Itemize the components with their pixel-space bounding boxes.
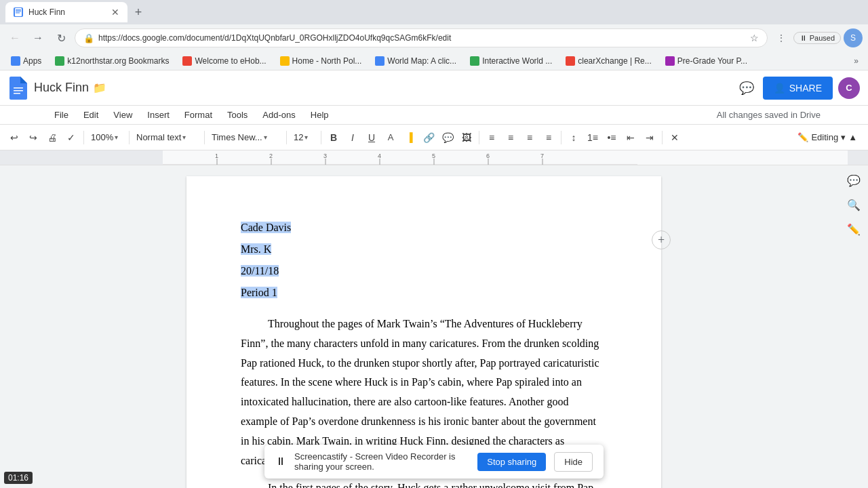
image-btn[interactable]: 🖼 [458, 129, 475, 146]
right-panel: 💬 🔍 ✏️ [840, 165, 868, 488]
editing-mode-label: Editing [811, 132, 838, 142]
toolbar-divider-6 [479, 131, 479, 144]
comment-insert-btn[interactable]: 💬 [439, 129, 456, 146]
menu-tools[interactable]: Tools [220, 107, 254, 123]
doc-title[interactable]: Huck Finn [34, 81, 89, 95]
add-note-btn[interactable]: + [652, 230, 671, 249]
clearxchange-bookmark[interactable]: clearXchange | Re... [560, 55, 657, 67]
welcome-bookmark[interactable]: Welcome to eHob... [177, 55, 271, 67]
link-btn[interactable]: 🔗 [420, 129, 437, 146]
italic-btn[interactable]: I [344, 129, 361, 146]
editing-mode-selector[interactable]: ✏️ Editing ▾ ▲ [792, 131, 863, 144]
style-select[interactable]: Normal text ▾ [133, 129, 201, 146]
svg-text:5: 5 [432, 152, 435, 159]
bookmarks-bar: Apps k12northstar.org Bookmarks Welcome … [0, 52, 868, 70]
back-btn[interactable]: ← [5, 28, 24, 47]
docs-title-row: Huck Finn 📁 [34, 81, 730, 95]
toolbar-divider-4 [286, 131, 287, 144]
share-label: SHARE [789, 83, 822, 94]
tab-close-btn[interactable]: ✕ [111, 7, 119, 18]
undo-btn[interactable]: ↩ [5, 129, 23, 146]
header-period-text: Period 1 [241, 287, 277, 298]
menu-format[interactable]: Format [178, 107, 219, 123]
style-dropdown-arrow: ▾ [182, 134, 186, 141]
bookmark-star-icon[interactable]: ☆ [750, 33, 759, 43]
doc-paragraph-2: In the first pages of the story, Huck ge… [241, 479, 607, 488]
comment-btn[interactable]: 💬 [736, 77, 757, 99]
menu-edit[interactable]: Edit [77, 107, 105, 123]
apps-bookmark[interactable]: Apps [5, 55, 47, 67]
screen-share-message: Screencastify - Screen Video Recorder is… [294, 451, 469, 472]
clear-formatting-btn[interactable]: ✕ [666, 129, 684, 146]
line-spacing-btn[interactable]: ↕ [565, 129, 583, 146]
header-period: Period 1 [241, 282, 607, 304]
stop-sharing-btn[interactable]: Stop sharing [477, 453, 546, 471]
menu-help[interactable]: Help [304, 107, 336, 123]
svg-rect-4 [14, 87, 23, 89]
increase-indent-btn[interactable]: ⇥ [641, 129, 658, 146]
interactive-world-label: Interactive World ... [482, 56, 552, 66]
menu-file[interactable]: File [47, 107, 75, 123]
address-bar[interactable]: 🔒 https://docs.google.com/document/d/1Dq… [75, 28, 768, 47]
world-map-bookmark[interactable]: World Map: A clic... [370, 55, 462, 67]
text-color-btn[interactable]: A [382, 129, 399, 146]
toolbar-divider-2 [129, 131, 130, 144]
decrease-indent-btn[interactable]: ⇤ [622, 129, 639, 146]
menu-addons[interactable]: Add-ons [256, 107, 302, 123]
zoom-value: 100% [91, 132, 113, 142]
explore-btn[interactable]: 🔍 [844, 195, 863, 214]
svg-rect-5 [14, 90, 23, 92]
zoom-select[interactable]: 100% ▾ [87, 129, 125, 146]
menu-insert[interactable]: Insert [140, 107, 176, 123]
print-btn[interactable]: 🖨 [43, 129, 61, 146]
forward-btn[interactable]: → [28, 28, 47, 47]
hide-btn[interactable]: Hide [554, 452, 593, 472]
align-right-btn[interactable]: ≡ [521, 129, 538, 146]
extensions-btn[interactable]: ⋮ [772, 28, 791, 47]
bookmarks-more-btn[interactable]: » [850, 55, 863, 67]
align-justify-btn[interactable]: ≡ [540, 129, 557, 146]
profile-btn[interactable]: S [844, 28, 863, 47]
folder-icon[interactable]: 📁 [93, 81, 106, 94]
active-tab[interactable]: Huck Finn ✕ [5, 2, 127, 22]
comments-panel-btn[interactable]: 💬 [844, 171, 863, 190]
screen-share-icon: ⏸ [275, 455, 286, 468]
reload-btn[interactable]: ↻ [52, 28, 71, 47]
spellcheck-btn[interactable]: ✓ [62, 129, 80, 146]
document-scroll-area[interactable]: Cade Davis Mrs. K 20/11/18 Period 1 Thro… [8, 165, 840, 488]
welcome-label: Welcome to eHob... [195, 56, 266, 66]
pencil-icon: ✏️ [797, 132, 808, 142]
redo-btn[interactable]: ↪ [24, 129, 42, 146]
ruler-content: 1 2 3 4 5 6 7 [163, 150, 868, 165]
highlight-btn[interactable]: ▐ [401, 129, 418, 146]
font-select[interactable]: Times New... ▾ [208, 129, 283, 146]
edit-pen-btn[interactable]: ✏️ [844, 220, 863, 239]
paused-icon: ⏸ [800, 34, 807, 42]
svg-text:3: 3 [323, 152, 327, 159]
underline-btn[interactable]: U [363, 129, 380, 146]
home-north-label: Home - North Pol... [292, 56, 362, 66]
k12-bookmark[interactable]: k12northstar.org Bookmarks [50, 55, 174, 67]
user-avatar[interactable]: C [838, 77, 860, 99]
docs-logo[interactable] [8, 76, 28, 100]
main-layout: Cade Davis Mrs. K 20/11/18 Period 1 Thro… [0, 165, 868, 488]
document-page: Cade Davis Mrs. K 20/11/18 Period 1 Thro… [186, 176, 661, 488]
numbered-list-btn[interactable]: 1≡ [584, 129, 601, 146]
bold-btn[interactable]: B [325, 129, 342, 146]
menu-view[interactable]: View [106, 107, 139, 123]
editing-mode-collapse[interactable]: ▲ [848, 132, 857, 142]
font-size-select[interactable]: 12 ▾ [290, 129, 317, 146]
align-left-btn[interactable]: ≡ [483, 129, 500, 146]
new-tab-btn[interactable]: + [130, 4, 146, 20]
align-center-btn[interactable]: ≡ [502, 129, 519, 146]
browser-nav: ← → ↻ 🔒 https://docs.google.com/document… [0, 24, 868, 52]
lock-icon: 🔒 [83, 33, 94, 43]
share-btn[interactable]: 👤 SHARE [763, 77, 833, 100]
interactive-world-bookmark[interactable]: Interactive World ... [465, 55, 557, 67]
header-date-text: 20/11/18 [241, 265, 279, 277]
left-panel [0, 165, 8, 488]
toolbar-divider-5 [321, 131, 321, 144]
pre-grade-bookmark[interactable]: Pre-Grade Your P... [660, 55, 753, 67]
home-north-bookmark[interactable]: Home - North Pol... [275, 55, 368, 67]
bullet-list-btn[interactable]: •≡ [603, 129, 620, 146]
